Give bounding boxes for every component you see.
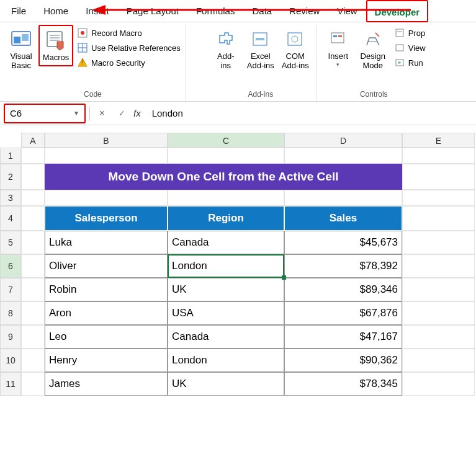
use-relative-references-button[interactable]: Use Relative References bbox=[77, 42, 181, 53]
col-header-d[interactable]: D bbox=[284, 133, 402, 148]
addins-button[interactable]: Add- ins bbox=[209, 25, 243, 73]
tab-developer[interactable]: Developer bbox=[366, 0, 429, 22]
macros-button[interactable]: Macros bbox=[38, 25, 73, 66]
row-header-11[interactable]: 11 bbox=[0, 372, 21, 396]
cell[interactable] bbox=[21, 190, 45, 206]
table-cell-region[interactable]: London bbox=[168, 349, 284, 372]
table-cell-region[interactable]: Canada bbox=[168, 325, 284, 349]
table-cell-salesperson[interactable]: Oliver bbox=[45, 254, 168, 278]
cell[interactable] bbox=[21, 325, 45, 349]
col-header-a[interactable]: A bbox=[21, 133, 45, 148]
cell[interactable] bbox=[402, 278, 475, 301]
table-cell-sales[interactable]: $78,345 bbox=[284, 372, 402, 396]
cell[interactable] bbox=[402, 301, 475, 325]
row-header-7[interactable]: 7 bbox=[0, 278, 21, 301]
formula-input[interactable]: London bbox=[148, 108, 472, 118]
cell[interactable] bbox=[402, 325, 475, 349]
tab-review[interactable]: Review bbox=[281, 0, 328, 22]
table-cell-salesperson[interactable]: Aron bbox=[45, 301, 168, 325]
run-dialog-button[interactable]: Run bbox=[394, 57, 426, 68]
com-addins-button[interactable]: COM Add-ins bbox=[278, 25, 313, 73]
tab-insert[interactable]: Insert bbox=[77, 0, 118, 22]
row-header-2[interactable]: 2 bbox=[0, 164, 21, 190]
insert-control-button[interactable]: Insert ▾ bbox=[321, 25, 356, 70]
header-salesperson[interactable]: Salesperson bbox=[45, 206, 168, 231]
cell[interactable] bbox=[45, 148, 168, 164]
tab-home[interactable]: Home bbox=[35, 0, 77, 22]
cell[interactable] bbox=[21, 148, 45, 164]
row-header-1[interactable]: 1 bbox=[0, 148, 21, 164]
cell[interactable] bbox=[21, 349, 45, 372]
table-cell-sales[interactable]: $78,392 bbox=[284, 254, 402, 278]
cell[interactable] bbox=[45, 190, 168, 206]
cell[interactable] bbox=[402, 372, 475, 396]
cell[interactable] bbox=[402, 349, 475, 372]
cell[interactable] bbox=[21, 206, 45, 231]
macro-security-button[interactable]: ! Macro Security bbox=[77, 57, 181, 68]
table-cell-sales[interactable]: $89,346 bbox=[284, 278, 402, 301]
record-macro-button[interactable]: Record Macro bbox=[77, 27, 181, 38]
table-cell-salesperson[interactable]: James bbox=[45, 372, 168, 396]
row-header-4[interactable]: 4 bbox=[0, 206, 21, 231]
table-cell-sales[interactable]: $90,362 bbox=[284, 349, 402, 372]
col-header-b[interactable]: B bbox=[45, 133, 168, 148]
table-cell-region[interactable]: UK bbox=[168, 372, 284, 396]
row-header-8[interactable]: 8 bbox=[0, 301, 21, 325]
table-cell-sales[interactable]: $47,167 bbox=[284, 325, 402, 349]
cell[interactable] bbox=[402, 206, 475, 231]
table-cell-sales[interactable]: $67,876 bbox=[284, 301, 402, 325]
cell[interactable] bbox=[21, 164, 45, 190]
cell[interactable] bbox=[21, 278, 45, 301]
excel-addins-button[interactable]: Excel Add-ins bbox=[243, 25, 278, 73]
fill-handle[interactable] bbox=[282, 275, 286, 280]
cell[interactable] bbox=[21, 301, 45, 325]
cell[interactable] bbox=[168, 148, 284, 164]
cell[interactable] bbox=[21, 254, 45, 278]
tab-formulas[interactable]: Formulas bbox=[187, 0, 244, 22]
view-code-button[interactable]: View bbox=[394, 42, 426, 53]
chevron-down-icon[interactable]: ▼ bbox=[73, 110, 79, 117]
col-header-e[interactable]: E bbox=[402, 133, 475, 148]
table-cell-region[interactable]: Canada bbox=[168, 231, 284, 254]
cell[interactable] bbox=[284, 190, 402, 206]
cell[interactable] bbox=[402, 231, 475, 254]
cell[interactable] bbox=[402, 254, 475, 278]
table-cell-sales[interactable]: $45,673 bbox=[284, 231, 402, 254]
view-code-icon bbox=[394, 42, 405, 53]
header-sales[interactable]: Sales bbox=[284, 206, 402, 231]
tab-data[interactable]: Data bbox=[243, 0, 281, 22]
cell[interactable] bbox=[402, 190, 475, 206]
cell[interactable] bbox=[402, 164, 475, 190]
row-header-10[interactable]: 10 bbox=[0, 349, 21, 372]
header-region[interactable]: Region bbox=[168, 206, 284, 231]
name-box[interactable]: C6 ▼ bbox=[4, 104, 86, 123]
cell[interactable] bbox=[21, 231, 45, 254]
table-cell-salesperson[interactable]: Leo bbox=[45, 325, 168, 349]
design-mode-label: Design Mode bbox=[361, 52, 385, 71]
table-cell-region[interactable]: London bbox=[168, 254, 284, 278]
cell[interactable] bbox=[21, 372, 45, 396]
accept-formula-icon[interactable]: ✓ bbox=[114, 109, 130, 118]
cell[interactable] bbox=[402, 148, 475, 164]
title-cell[interactable]: Move Down One Cell from the Active Cell bbox=[45, 164, 402, 190]
fx-icon[interactable]: fx bbox=[133, 108, 141, 118]
row-header-6[interactable]: 6 bbox=[0, 254, 21, 278]
cell[interactable] bbox=[284, 148, 402, 164]
cancel-formula-icon[interactable]: ✕ bbox=[94, 109, 110, 118]
design-mode-button[interactable]: Design Mode bbox=[356, 25, 390, 73]
row-header-5[interactable]: 5 bbox=[0, 231, 21, 254]
table-cell-salesperson[interactable]: Henry bbox=[45, 349, 168, 372]
col-header-c[interactable]: C bbox=[168, 133, 284, 148]
tab-file[interactable]: File bbox=[2, 0, 35, 22]
row-header-3[interactable]: 3 bbox=[0, 190, 21, 206]
tab-page-layout[interactable]: Page Layout bbox=[118, 0, 187, 22]
visual-basic-button[interactable]: Visual Basic bbox=[4, 25, 38, 73]
row-header-9[interactable]: 9 bbox=[0, 325, 21, 349]
tab-view[interactable]: View bbox=[328, 0, 366, 22]
table-cell-region[interactable]: UK bbox=[168, 278, 284, 301]
properties-button[interactable]: Prop bbox=[394, 27, 426, 38]
table-cell-salesperson[interactable]: Robin bbox=[45, 278, 168, 301]
table-cell-salesperson[interactable]: Luka bbox=[45, 231, 168, 254]
cell[interactable] bbox=[168, 190, 284, 206]
table-cell-region[interactable]: USA bbox=[168, 301, 284, 325]
